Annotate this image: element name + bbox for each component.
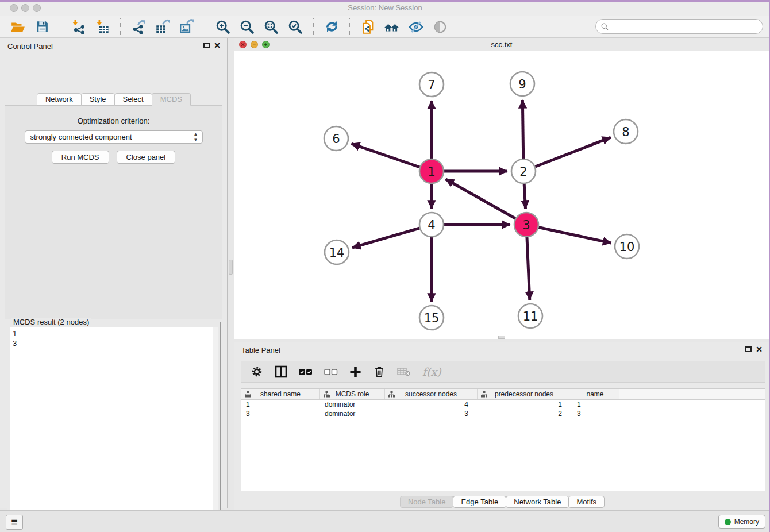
first-neighbors-icon[interactable] [383, 18, 401, 36]
cell-successor[interactable]: 4 [385, 400, 478, 409]
graph-node-8[interactable]: 8 [614, 119, 638, 144]
select-all-checkboxes-icon[interactable] [299, 368, 313, 376]
graph-node-4[interactable]: 4 [419, 213, 444, 237]
add-column-icon[interactable] [349, 366, 361, 378]
column-header-mcds-role[interactable]: MCDS role [320, 389, 385, 399]
delete-table-icon[interactable] [397, 367, 411, 377]
cell-shared_name[interactable]: 3 [241, 409, 320, 418]
svg-text:9: 9 [518, 78, 526, 91]
column-header-filler [619, 389, 765, 399]
svg-text:15: 15 [424, 311, 440, 325]
cell-shared_name[interactable]: 1 [241, 400, 320, 409]
graph-edge-2-8[interactable] [523, 137, 611, 171]
graph-edge-3-1[interactable] [445, 179, 526, 225]
graph-node-6[interactable]: 6 [324, 126, 348, 151]
graph-node-1[interactable]: 1 [419, 159, 444, 183]
export-network-icon[interactable] [130, 18, 147, 36]
settings-gear-icon[interactable] [251, 365, 263, 378]
tab-node-table[interactable]: Node Table [400, 496, 454, 508]
zoom-selected-icon[interactable] [287, 18, 304, 36]
zoom-in-icon[interactable] [214, 18, 232, 36]
search-input[interactable] [595, 19, 763, 34]
criterion-value: strongly connected component [30, 133, 132, 141]
zoom-fit-icon[interactable] [263, 18, 280, 36]
toolbar-separator [205, 18, 205, 36]
graph-node-10[interactable]: 10 [615, 234, 639, 259]
table-panel-title: Table Panel [241, 346, 280, 354]
float-panel-icon[interactable] [203, 43, 210, 48]
cell-mcds_role[interactable]: dominator [320, 409, 385, 418]
close-table-panel-icon[interactable]: ✕ [756, 345, 763, 354]
show-all-eye-icon[interactable] [432, 18, 449, 36]
graph-node-7[interactable]: 7 [419, 72, 444, 97]
result-scrollbar[interactable] [213, 327, 218, 532]
graph-node-3[interactable]: 3 [514, 213, 538, 237]
svg-text:6: 6 [332, 132, 340, 146]
mcds-result-group: MCDS result (2 nodes) 1 3 [7, 322, 221, 532]
delete-column-icon[interactable] [373, 365, 386, 378]
memory-button[interactable]: Memory [718, 515, 765, 529]
graph-node-2[interactable]: 2 [511, 159, 536, 183]
node-table: shared nameMCDS rolesuccessor nodesprede… [241, 388, 765, 491]
tab-style[interactable]: Style [81, 93, 115, 106]
table-body: 1dominator4113dominator323 [241, 400, 765, 418]
save-session-icon[interactable] [33, 18, 51, 36]
column-header-shared-name[interactable]: shared name [241, 389, 320, 399]
svg-text:14: 14 [329, 246, 345, 260]
deselect-all-checkboxes-icon[interactable] [324, 368, 338, 376]
tab-select[interactable]: Select [114, 93, 152, 106]
export-image-icon[interactable] [178, 18, 195, 36]
refresh-icon[interactable] [323, 18, 340, 36]
table-row[interactable]: 3dominator323 [241, 409, 765, 418]
table-header-row: shared nameMCDS rolesuccessor nodesprede… [241, 389, 765, 400]
run-mcds-button[interactable]: Run MCDS [52, 151, 109, 164]
cell-successor[interactable]: 3 [385, 409, 478, 418]
vertical-splitter-handle[interactable] [229, 260, 233, 275]
cell-mcds_role[interactable]: dominator [320, 400, 385, 409]
graph-node-15[interactable]: 15 [419, 306, 444, 330]
column-header-name[interactable]: name [571, 389, 619, 399]
mcds-panel: Optimization criterion: strongly connect… [5, 105, 222, 319]
column-header-successor-nodes[interactable]: successor nodes [385, 389, 478, 399]
network-canvas[interactable]: 7968124314101511 [234, 51, 769, 339]
close-panel-button[interactable]: Close panel [117, 151, 176, 164]
toolbar-separator [313, 18, 314, 36]
export-table-icon[interactable] [154, 18, 171, 36]
table-panel: Table Panel ✕ f(x) shared nameMCDS roles… [234, 342, 770, 510]
graph-edge-3-10[interactable] [526, 225, 611, 243]
table-tabs: Node TableEdge TableNetwork TableMotifs [234, 496, 770, 508]
zoom-out-icon[interactable] [238, 18, 256, 36]
graph-node-11[interactable]: 11 [518, 304, 542, 328]
tab-network[interactable]: Network [37, 93, 82, 106]
column-layout-icon[interactable] [275, 365, 287, 378]
import-table-icon[interactable] [94, 18, 111, 36]
cell-predecessor[interactable]: 1 [478, 400, 571, 409]
open-folder-icon[interactable] [9, 18, 26, 36]
graph-node-14[interactable]: 14 [325, 240, 349, 264]
cell-name[interactable]: 1 [571, 400, 619, 409]
cell-predecessor[interactable]: 2 [478, 409, 571, 418]
cell-name[interactable]: 3 [571, 409, 619, 418]
hide-selected-eye-icon[interactable] [407, 18, 425, 36]
column-header-predecessor-nodes[interactable]: predecessor nodes [478, 389, 571, 399]
float-table-panel-icon[interactable] [745, 346, 752, 352]
tab-mcds[interactable]: MCDS [152, 93, 191, 106]
tab-network-table[interactable]: Network Table [506, 496, 569, 508]
tab-edge-table[interactable]: Edge Table [453, 496, 506, 508]
mcds-result-text[interactable]: 1 3 [10, 327, 218, 532]
table-row[interactable]: 1dominator411 [241, 400, 765, 409]
network-window-titlebar[interactable]: ✕ − + scc.txt [234, 38, 769, 51]
criterion-dropdown[interactable]: strongly connected component ▲▼ [25, 130, 203, 144]
svg-text:10: 10 [619, 240, 635, 254]
graph-node-9[interactable]: 9 [510, 72, 534, 96]
titlebar: Session: New Session [0, 0, 770, 16]
close-panel-icon[interactable]: ✕ [214, 41, 221, 50]
import-network-icon[interactable] [70, 18, 87, 36]
tab-motifs[interactable]: Motifs [568, 496, 605, 508]
window-border-top [0, 0, 770, 2]
function-builder-icon[interactable]: f(x) [422, 365, 441, 378]
network-window: ✕ − + scc.txt 7968124314101511 [234, 38, 769, 339]
task-history-icon[interactable]: ≣ [6, 515, 23, 530]
network-resize-handle[interactable] [498, 336, 505, 339]
duplicate-network-icon[interactable] [359, 18, 376, 36]
